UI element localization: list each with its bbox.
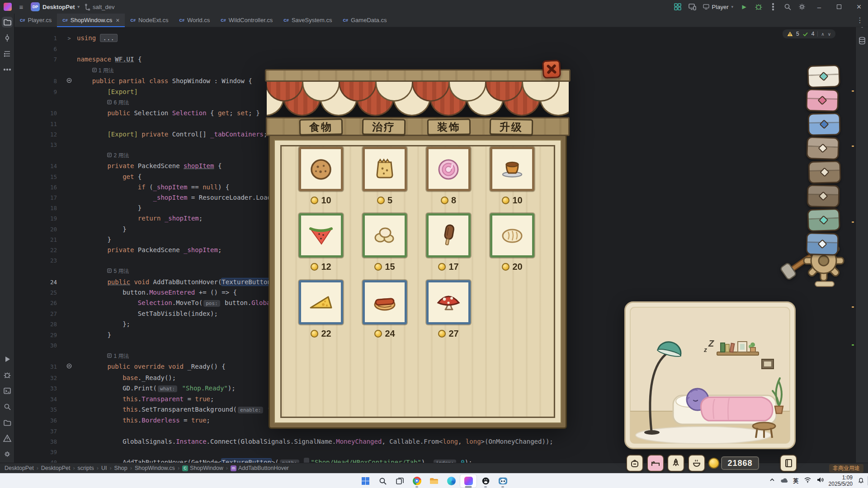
fold-chevron-icon[interactable]: > bbox=[61, 33, 77, 44]
usages-codelens[interactable]: 2 用法 bbox=[107, 152, 129, 159]
line-number[interactable]: 24 bbox=[14, 277, 61, 287]
edge-taskbar-button[interactable] bbox=[443, 474, 459, 488]
usages-codelens[interactable]: 1 用法 bbox=[92, 67, 114, 74]
line-number[interactable]: 32 bbox=[14, 373, 61, 383]
line-number[interactable]: 27 bbox=[14, 309, 61, 319]
line-number[interactable]: 33 bbox=[14, 383, 61, 394]
rider-taskbar-button[interactable] bbox=[460, 474, 476, 488]
chest-widget[interactable] bbox=[807, 208, 840, 232]
shop-close-button[interactable] bbox=[542, 60, 561, 79]
structure-tool-icon[interactable] bbox=[2, 48, 13, 59]
run-button[interactable]: ▶ bbox=[738, 1, 750, 13]
breadcrumb-item[interactable]: UI bbox=[101, 465, 107, 471]
breadcrumb-item[interactable]: DesktopPet bbox=[41, 465, 71, 471]
window-minimize-button[interactable]: – bbox=[810, 0, 828, 14]
wifi-icon[interactable] bbox=[804, 477, 811, 485]
editor-tab-Player.cs[interactable]: C#Player.cs bbox=[14, 14, 57, 27]
chest-widget[interactable] bbox=[807, 184, 840, 207]
shop-item-dumpling[interactable]: 15 bbox=[363, 213, 407, 272]
taskbar-clock[interactable]: 1:09 2025/5/20 bbox=[829, 474, 853, 487]
override-gutter-icon[interactable] bbox=[61, 362, 77, 372]
line-number[interactable]: 39 bbox=[14, 447, 61, 457]
tray-chevron-icon[interactable] bbox=[769, 477, 775, 485]
settings-gear-icon[interactable] bbox=[796, 1, 808, 13]
line-number[interactable]: 31 bbox=[14, 361, 61, 372]
shop-item-pudding[interactable]: 10 bbox=[490, 147, 534, 206]
tab-options-icon[interactable]: ⋮ bbox=[852, 14, 868, 27]
license-badge[interactable]: 非商业用途 bbox=[829, 464, 863, 473]
win-start-taskbar-button[interactable] bbox=[357, 474, 373, 488]
prev-issue-icon[interactable]: ∧ bbox=[821, 32, 824, 37]
window-close-button[interactable]: × bbox=[850, 0, 868, 14]
editor-tab-ShopWindow.cs[interactable]: C#ShopWindow.cs× bbox=[57, 14, 125, 27]
breadcrumb-item[interactable]: Shop bbox=[114, 465, 127, 471]
godot-taskbar-button[interactable] bbox=[495, 474, 511, 488]
override-gutter-icon[interactable] bbox=[61, 76, 77, 87]
shop-tab-3[interactable]: 装饰 bbox=[427, 118, 471, 135]
tab-close-icon[interactable]: × bbox=[116, 17, 119, 24]
plugins-icon[interactable] bbox=[671, 1, 684, 13]
line-number[interactable]: 21 bbox=[14, 235, 61, 245]
usages-codelens[interactable]: 6 用法 bbox=[107, 99, 129, 106]
line-number[interactable]: 36 bbox=[14, 415, 61, 426]
editor-tab-SaveSystem.cs[interactable]: C#SaveSystem.cs bbox=[278, 14, 337, 27]
line-number[interactable]: 40 bbox=[14, 457, 61, 463]
line-number[interactable]: 37 bbox=[14, 426, 61, 436]
notification-bell-icon[interactable] bbox=[858, 477, 864, 485]
line-number[interactable]: 15 bbox=[14, 172, 61, 182]
database-tool-icon[interactable] bbox=[857, 35, 868, 46]
line-number[interactable]: 38 bbox=[14, 436, 61, 447]
main-menu-icon[interactable]: ≡ bbox=[16, 3, 26, 11]
shop-tab-2[interactable]: 治疗 bbox=[362, 118, 406, 135]
breadcrumb-item[interactable]: scripts bbox=[78, 465, 94, 471]
line-number[interactable]: 23 bbox=[14, 255, 61, 266]
line-number[interactable]: 16 bbox=[14, 182, 61, 192]
debug-tool-icon[interactable] bbox=[2, 370, 13, 380]
editor-tab-NodeExt.cs[interactable]: C#NodeExt.cs bbox=[125, 14, 174, 27]
commit-tool-icon[interactable] bbox=[2, 33, 13, 43]
line-number[interactable]: 35 bbox=[14, 404, 61, 415]
chest-widget[interactable] bbox=[806, 136, 840, 160]
journal-button[interactable] bbox=[780, 455, 797, 472]
shop-item-snack-bag[interactable]: 5 bbox=[363, 147, 407, 206]
line-number[interactable]: 13 bbox=[14, 140, 61, 150]
more-actions-icon[interactable] bbox=[767, 1, 779, 13]
line-number[interactable]: 19 bbox=[14, 213, 61, 224]
rocket-button[interactable] bbox=[667, 455, 684, 472]
files-tool-icon[interactable] bbox=[2, 417, 13, 428]
breadcrumb-item[interactable]: ShopWindow.cs bbox=[135, 465, 175, 471]
inspections-widget[interactable]: 5 4 ∧ ∨ bbox=[783, 29, 835, 38]
tray-cloud-icon[interactable] bbox=[780, 477, 788, 485]
shop-tab-4[interactable]: 升级 bbox=[490, 118, 533, 136]
breadcrumb-item[interactable]: CShopWindow bbox=[182, 465, 223, 471]
shop-tab-1[interactable]: 食物 bbox=[299, 118, 343, 136]
chrome-taskbar-button[interactable] bbox=[409, 474, 425, 488]
ime-indicator[interactable]: 英 bbox=[793, 477, 799, 485]
project-tool-icon[interactable] bbox=[2, 17, 13, 28]
services-tool-icon[interactable] bbox=[2, 449, 13, 460]
line-number[interactable]: 1 bbox=[14, 33, 61, 43]
problems-tool-icon[interactable] bbox=[2, 433, 13, 444]
vcs-branch-selector[interactable]: salt_dev bbox=[84, 3, 114, 10]
shop-item-candy[interactable]: 8 bbox=[426, 147, 471, 206]
line-number[interactable]: 11 bbox=[14, 119, 61, 129]
line-number[interactable]: 8 bbox=[14, 76, 61, 86]
line-number[interactable]: 17 bbox=[14, 192, 61, 203]
usages-codelens[interactable]: 1 用法 bbox=[107, 353, 129, 359]
window-maximize-button[interactable] bbox=[830, 0, 848, 14]
line-number[interactable]: 29 bbox=[14, 330, 61, 340]
line-number[interactable]: 25 bbox=[14, 287, 61, 298]
shop-item-cheese[interactable]: 22 bbox=[299, 280, 343, 339]
line-number[interactable]: 14 bbox=[14, 161, 61, 171]
shop-item-mushroom[interactable]: 27 bbox=[426, 280, 471, 339]
github-taskbar-button[interactable] bbox=[477, 474, 494, 488]
line-number[interactable]: 7 bbox=[14, 54, 61, 65]
next-issue-icon[interactable]: ∨ bbox=[828, 32, 831, 37]
debug-button[interactable] bbox=[752, 1, 765, 13]
backpack-button[interactable] bbox=[626, 455, 643, 472]
editor-tab-GameData.cs[interactable]: C#GameData.cs bbox=[337, 14, 392, 27]
chest-widget[interactable] bbox=[806, 89, 839, 112]
bowl-button[interactable] bbox=[688, 455, 705, 472]
line-number[interactable]: 30 bbox=[14, 340, 61, 351]
breadcrumb-item[interactable]: mAddTabButtonHover bbox=[231, 465, 289, 471]
